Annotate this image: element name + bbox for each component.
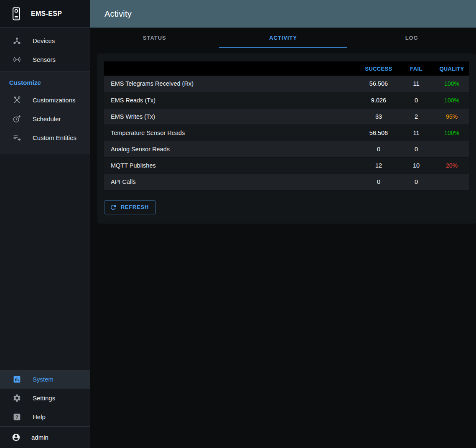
quality-value: 100% (434, 125, 469, 141)
success-value: 0 (359, 173, 398, 190)
fail-value: 2 (398, 108, 434, 125)
quality-value (434, 141, 469, 157)
activity-panel: SUCCESS FAIL QUALITY EMS Telegrams Recei… (97, 53, 476, 224)
sensors-icon (12, 55, 22, 65)
fail-value: 0 (398, 141, 434, 157)
app-root: EMS-ESP Devices Se (0, 0, 476, 448)
table-header: SUCCESS FAIL QUALITY (104, 61, 469, 76)
sidebar-spacer (0, 154, 90, 370)
sidebar-section-customize: Customize Customizations (0, 71, 90, 154)
table-row: Analog Sensor Reads 0 0 (104, 141, 469, 157)
sidebar-header: EMS-ESP (0, 0, 90, 28)
sidebar-item-label: System (33, 376, 53, 383)
success-value: 12 (359, 157, 398, 173)
quality-value: 100% (434, 92, 469, 108)
app-title: EMS-ESP (31, 10, 62, 18)
metric-label: Temperature Sensor Reads (104, 125, 359, 141)
sidebar-item-scheduler[interactable]: Scheduler (0, 109, 90, 128)
table-row: API Calls 0 0 (104, 173, 469, 190)
column-header-success: SUCCESS (359, 61, 398, 76)
metric-label: EMS Telegrams Received (Rx) (104, 76, 359, 92)
sidebar-item-label: Scheduler (33, 115, 61, 122)
metric-label: EMS Writes (Tx) (104, 108, 359, 125)
column-header-quality: QUALITY (434, 61, 469, 76)
username-label: admin (31, 434, 48, 441)
fail-value: 10 (398, 157, 434, 173)
sidebar-item-devices[interactable]: Devices (0, 31, 90, 50)
appbar: Activity (90, 0, 476, 28)
sidebar-nav: Devices Sensors Customize (0, 28, 90, 154)
account-circle-icon (11, 433, 21, 443)
activity-table: SUCCESS FAIL QUALITY EMS Telegrams Recei… (104, 61, 469, 190)
table-row: Temperature Sensor Reads 56.506 11 100% (104, 125, 469, 141)
refresh-button[interactable]: REFRESH (104, 200, 156, 214)
gear-icon (12, 393, 22, 403)
metric-label: EMS Reads (Tx) (104, 92, 359, 108)
sidebar-item-customizations[interactable]: Customizations (0, 91, 90, 109)
success-value: 56.506 (359, 76, 398, 92)
success-value: 33 (359, 108, 398, 125)
help-icon: ? (12, 412, 22, 422)
page-title: Activity (104, 9, 132, 19)
fail-value: 11 (398, 76, 434, 92)
sidebar-item-system[interactable]: System (0, 370, 90, 389)
refresh-icon (109, 204, 117, 211)
clock-plus-icon (12, 114, 22, 124)
tools-icon (12, 95, 22, 105)
metric-label: Analog Sensor Reads (104, 141, 359, 157)
success-value: 9.026 (359, 92, 398, 108)
sidebar-item-help[interactable]: ? Help (0, 407, 90, 426)
sidebar-item-settings[interactable]: Settings (0, 389, 90, 407)
main-area: Activity STATUS ACTIVITY LOG SUCCESS FAI… (90, 0, 476, 448)
bar-chart-icon (12, 374, 22, 384)
metric-label: MQTT Publishes (104, 157, 359, 173)
playlist-add-icon (12, 133, 22, 143)
table-row: MQTT Publishes 12 10 20% (104, 157, 469, 173)
quality-value: 20% (434, 157, 469, 173)
svg-text:?: ? (15, 415, 18, 420)
active-tab-indicator (219, 47, 348, 48)
quality-value (434, 173, 469, 190)
sidebar-item-label: Sensors (33, 56, 56, 63)
sidebar-item-sensors[interactable]: Sensors (0, 50, 90, 69)
fail-value: 0 (398, 173, 434, 190)
tab-status[interactable]: STATUS (90, 28, 219, 48)
sidebar-item-label: Settings (33, 395, 55, 402)
table-row: EMS Telegrams Received (Rx) 56.506 11 10… (104, 76, 469, 92)
sidebar-item-label: Help (33, 413, 46, 420)
success-value: 0 (359, 141, 398, 157)
metric-label: API Calls (104, 173, 359, 190)
table-row: EMS Reads (Tx) 9.026 0 100% (104, 92, 469, 108)
device-hub-icon (12, 36, 22, 46)
success-value: 56.506 (359, 125, 398, 141)
tab-bar: STATUS ACTIVITY LOG (90, 28, 476, 48)
refresh-button-label: REFRESH (121, 204, 149, 210)
tab-activity[interactable]: ACTIVITY (219, 28, 348, 48)
sidebar-item-custom-entities[interactable]: Custom Entities (0, 128, 90, 147)
sidebar-item-label: Customizations (33, 97, 76, 104)
sidebar-item-admin[interactable]: admin (0, 427, 90, 448)
tab-log[interactable]: LOG (347, 28, 476, 48)
sidebar: EMS-ESP Devices Se (0, 0, 90, 448)
ems-esp-logo-icon (8, 6, 24, 22)
fail-value: 0 (398, 92, 434, 108)
sidebar-section-header[interactable]: Customize (0, 72, 90, 91)
column-header-name (104, 61, 359, 76)
fail-value: 11 (398, 125, 434, 141)
table-row: EMS Writes (Tx) 33 2 95% (104, 108, 469, 125)
sidebar-item-label: Devices (33, 37, 55, 44)
sidebar-item-label: Custom Entities (33, 134, 76, 141)
tab-content: SUCCESS FAIL QUALITY EMS Telegrams Recei… (90, 48, 476, 448)
quality-value: 100% (434, 76, 469, 92)
column-header-fail: FAIL (398, 61, 434, 76)
quality-value: 95% (434, 108, 469, 125)
